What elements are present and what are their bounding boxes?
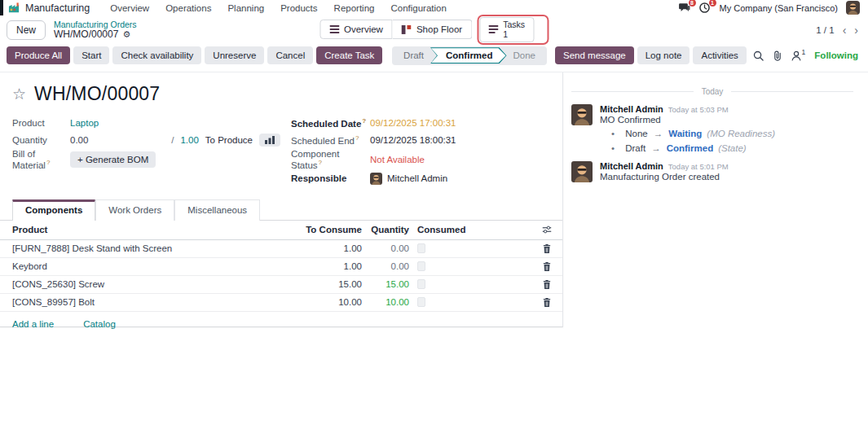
view-overview-button[interactable]: Overview — [319, 20, 393, 39]
check-availability-button[interactable]: Check availability — [112, 46, 201, 64]
activities-button[interactable]: Activities — [693, 46, 746, 64]
consumed-indicator — [417, 243, 425, 253]
tab-work-orders[interactable]: Work Orders — [95, 199, 174, 221]
header-to-consume[interactable]: To Consume — [295, 225, 362, 234]
table-row[interactable]: [CONS_89957] Bolt 10.00 10.00 — [0, 294, 562, 312]
header-consumed[interactable]: Consumed — [409, 225, 531, 234]
user-avatar[interactable] — [846, 1, 860, 15]
message-avatar[interactable] — [571, 161, 593, 182]
status-confirmed[interactable]: Confirmed — [430, 47, 507, 64]
view-switcher: Overview Shop Floor Tasks 1 — [319, 15, 549, 44]
list-icon — [329, 25, 339, 33]
settings-gear-icon[interactable]: ⚙ — [122, 30, 130, 39]
date-divider: Today — [571, 87, 853, 96]
send-message-button[interactable]: Send message — [555, 46, 634, 64]
menu-configuration[interactable]: Configuration — [383, 2, 453, 15]
table-row[interactable]: [FURN_7888] Desk Stand with Screen 1.00 … — [0, 240, 562, 258]
following-toggle[interactable]: Following — [814, 50, 858, 60]
consumed-indicator — [417, 297, 425, 307]
components-table: Product To Consume Quantity Consumed [FU… — [0, 221, 562, 329]
message-timestamp: Today at 5:03 PM — [668, 105, 729, 114]
menu-overview[interactable]: Overview — [103, 2, 156, 15]
start-button[interactable]: Start — [73, 46, 109, 64]
control-panel-actions: Produce All Start Check availability Unr… — [0, 44, 868, 72]
tour-highlight-box: Tasks 1 — [477, 15, 549, 44]
cancel-button[interactable]: Cancel — [267, 46, 313, 64]
message-author[interactable]: Mitchell Admin — [600, 104, 663, 114]
search-messages-icon[interactable] — [753, 50, 764, 61]
tracking-changes: None→Waiting(MO Readiness) Draft→Confirm… — [611, 127, 775, 156]
table-row[interactable]: Keybord 1.00 0.00 — [0, 258, 562, 276]
delete-row-icon[interactable] — [531, 298, 562, 307]
responsible-avatar — [370, 173, 382, 185]
company-switcher[interactable]: My Company (San Francisco) — [720, 3, 839, 13]
scheduled-end-value[interactable]: 09/12/2025 18:00:31 — [370, 135, 456, 145]
message-author[interactable]: Mitchell Admin — [600, 161, 663, 171]
optional-columns-icon[interactable] — [531, 225, 562, 234]
produce-all-button[interactable]: Produce All — [7, 46, 70, 64]
generate-bom-button[interactable]: + Generate BOM — [70, 151, 156, 168]
product-value[interactable]: Laptop — [70, 118, 99, 128]
delete-row-icon[interactable] — [531, 262, 562, 271]
help-marker: ? — [46, 159, 50, 166]
status-done[interactable]: Done — [504, 47, 546, 64]
tracking-change: Draft→Confirmed(State) — [611, 142, 775, 156]
header-product[interactable]: Product — [0, 225, 295, 234]
control-panel-top: New Manufacturing Orders WH/MO/00007 ⚙ O… — [0, 15, 868, 44]
activities-badge: 1 — [709, 0, 716, 7]
top-navbar: Manufacturing Overview Operations Planni… — [0, 0, 868, 15]
quantity-value[interactable]: 0.00 — [70, 135, 88, 145]
messages-badge: 8 — [689, 0, 696, 7]
help-marker: ? — [362, 117, 366, 125]
forecast-report-button[interactable] — [259, 134, 280, 147]
table-header: Product To Consume Quantity Consumed — [0, 221, 562, 240]
view-tasks-button[interactable]: Tasks 1 — [479, 17, 534, 42]
message-body: MO Confirmed — [600, 115, 775, 125]
tab-miscellaneous[interactable]: Miscellaneous — [174, 199, 260, 221]
tab-components[interactable]: Components — [12, 199, 95, 221]
menu-reporting[interactable]: Reporting — [327, 2, 382, 15]
message-avatar[interactable] — [571, 104, 593, 125]
followers-icon[interactable]: 1 — [791, 50, 806, 61]
create-task-button[interactable]: Create Task — [316, 46, 382, 64]
responsible-value[interactable]: Mitchell Admin — [370, 173, 447, 185]
odoo-manufacturing-order-screen: Manufacturing Overview Operations Planni… — [0, 0, 868, 425]
activities-clock-icon[interactable]: 1 — [699, 2, 712, 13]
menu-planning[interactable]: Planning — [220, 2, 271, 15]
product-label: Product — [12, 118, 70, 128]
breadcrumb: Manufacturing Orders WH/MO/00007 ⚙ — [54, 20, 137, 41]
status-draft[interactable]: Draft — [394, 47, 434, 64]
catalog-link[interactable]: Catalog — [83, 319, 116, 329]
delete-row-icon[interactable] — [531, 280, 562, 289]
pager-next-icon[interactable]: › — [854, 24, 858, 36]
menu-operations[interactable]: Operations — [158, 2, 218, 15]
favorite-star-icon[interactable]: ☆ — [12, 86, 26, 102]
pager-previous-icon[interactable]: ‹ — [843, 24, 847, 36]
record-title: WH/MO/00007 — [34, 83, 160, 105]
app-menu: Overview Operations Planning Products Re… — [103, 2, 454, 15]
quantity-total[interactable]: 1.00 — [180, 135, 198, 145]
scheduled-date-value[interactable]: 09/12/2025 17:00:31 — [370, 118, 456, 128]
add-a-line-link[interactable]: Add a line — [12, 319, 54, 329]
new-button[interactable]: New — [7, 20, 46, 40]
message-body: Manufacturing Order created — [600, 172, 729, 182]
unreserve-button[interactable]: Unreserve — [205, 46, 264, 64]
menu-products[interactable]: Products — [273, 2, 324, 15]
manufacturing-app-icon[interactable] — [8, 2, 20, 14]
view-shop-floor-button[interactable]: Shop Floor — [393, 20, 472, 39]
log-note-button[interactable]: Log note — [637, 46, 690, 64]
app-name[interactable]: Manufacturing — [25, 2, 90, 14]
responsible-label: Responsible — [291, 173, 370, 183]
form-sheet: ☆ WH/MO/00007 Product Laptop Quantity 0.… — [0, 72, 563, 327]
consumed-indicator — [417, 261, 425, 271]
header-quantity[interactable]: Quantity — [362, 225, 409, 234]
bom-label: Bill of Material? — [12, 149, 70, 170]
table-row[interactable]: [CONS_25630] Screw 15.00 15.00 — [0, 276, 562, 294]
attachments-paperclip-icon[interactable] — [773, 50, 782, 61]
delete-row-icon[interactable] — [531, 244, 562, 253]
messages-icon[interactable]: 8 — [679, 2, 691, 13]
notebook-tabs: Components Work Orders Miscellaneous — [0, 199, 562, 221]
chatter-message: Mitchell Admin Today at 5:01 PM Manufact… — [571, 161, 853, 182]
chatter-panel: Today Mitchell Admin Today at 5:03 PM MO… — [563, 72, 868, 189]
consumed-indicator — [417, 279, 425, 289]
